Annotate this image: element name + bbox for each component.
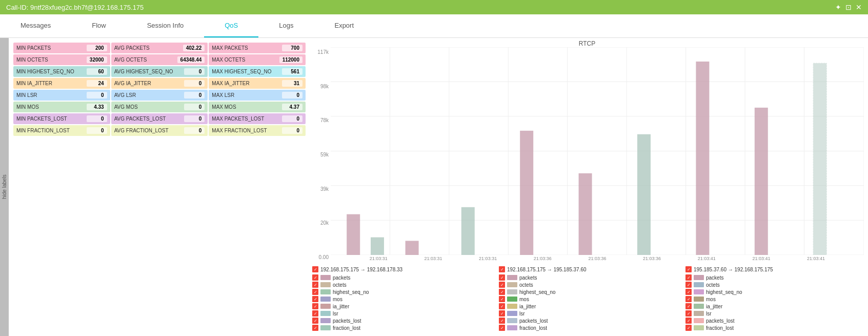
- legend-item-checkbox[interactable]: ✓: [499, 325, 505, 331]
- legend-item-checkbox[interactable]: ✓: [685, 318, 692, 324]
- stat-value: 4.33: [87, 104, 107, 110]
- legend-item-checkbox[interactable]: ✓: [499, 274, 505, 281]
- legend-item: ✓mos: [312, 296, 489, 302]
- legend-item-checkbox[interactable]: ✓: [499, 289, 505, 295]
- legend-item-checkbox[interactable]: ✓: [685, 303, 692, 309]
- legend-item-label: octets: [706, 282, 720, 288]
- stat-cell: MAX IA_JITTER31: [209, 78, 306, 89]
- chart-plot: [331, 47, 864, 255]
- legend-item-checkbox[interactable]: ✓: [312, 274, 318, 281]
- stat-label: MAX MOS: [212, 104, 236, 110]
- legend-item-checkbox[interactable]: ✓: [312, 289, 318, 295]
- close-icon[interactable]: ✕: [856, 3, 862, 11]
- stat-label: AVG MOS: [114, 104, 138, 110]
- legend-item-checkbox[interactable]: ✓: [499, 310, 505, 317]
- stat-label: MAX FRACTION_LOST: [212, 128, 267, 133]
- legend-item: ✓lsr: [499, 310, 675, 317]
- stat-cell: MIN FRACTION_LOST0: [13, 125, 110, 136]
- chart-area: RTCP 117k98k78k59k39k20k0.00: [306, 38, 868, 336]
- stat-value: 0: [184, 127, 205, 134]
- stats-section: hide labels MIN PACKETS200AVG PACKETS402…: [0, 38, 306, 336]
- stat-value: 64348.44: [177, 56, 205, 63]
- legend-color-swatch: [320, 282, 331, 287]
- stat-value: 0: [184, 104, 205, 110]
- legend-item: ✓octets: [499, 282, 675, 288]
- stat-cell: AVG PACKETS402.22: [111, 43, 208, 53]
- stat-value: 0: [87, 92, 107, 98]
- legend-item-checkbox[interactable]: ✓: [312, 303, 318, 309]
- legend-item-checkbox[interactable]: ✓: [312, 318, 318, 324]
- legend-item-checkbox[interactable]: ✓: [499, 282, 505, 288]
- legend-item: ✓lsr: [312, 310, 489, 317]
- legend-title: ✓192.168.175.175 → 192.168.178.33: [312, 266, 489, 272]
- stats-grid: MIN PACKETS200AVG PACKETS402.22MAX PACKE…: [13, 42, 306, 136]
- legend-item-checkbox[interactable]: ✓: [499, 303, 505, 309]
- legend-item-checkbox[interactable]: ✓: [685, 310, 692, 317]
- legend-item-checkbox[interactable]: ✓: [312, 282, 318, 288]
- stat-label: MIN FRACTION_LOST: [16, 128, 70, 133]
- stat-label: MAX OCTETS: [212, 57, 245, 63]
- stat-label: AVG PACKETS_LOST: [114, 116, 166, 122]
- stat-cell: MAX MOS4.37: [209, 102, 306, 112]
- legend-color-swatch: [507, 297, 517, 302]
- legend-item-checkbox[interactable]: ✓: [685, 325, 692, 331]
- legend-item: ✓mos: [685, 296, 862, 302]
- legend-color-swatch: [694, 282, 704, 287]
- legend-item-checkbox[interactable]: ✓: [499, 296, 505, 302]
- stat-value: 4.37: [282, 104, 302, 110]
- x-axis-label: 21:03:41: [807, 256, 825, 261]
- stat-cell: MAX HIGHEST_SEQ_NO561: [209, 66, 306, 77]
- hide-labels-button[interactable]: hide labels: [0, 38, 9, 336]
- legend-checkbox[interactable]: ✓: [685, 266, 692, 272]
- stat-label: AVG IA_JITTER: [114, 81, 151, 86]
- legend-item-label: mos: [519, 297, 529, 302]
- legend-item-label: octets: [333, 282, 347, 288]
- stat-cell: MIN IA_JITTER24: [13, 78, 110, 89]
- legend-item-checkbox[interactable]: ✓: [685, 296, 692, 302]
- stat-label: AVG PACKETS: [114, 45, 150, 51]
- legend-item-checkbox[interactable]: ✓: [312, 310, 318, 317]
- legend-item-checkbox[interactable]: ✓: [312, 296, 318, 302]
- legend-item-checkbox[interactable]: ✓: [685, 289, 692, 295]
- x-axis-label: 21:03:36: [534, 256, 552, 261]
- window-controls[interactable]: ✦ ⊡ ✕: [835, 3, 862, 11]
- legend-item-checkbox[interactable]: ✓: [499, 318, 505, 324]
- x-axis-label: 21:03:36: [588, 256, 606, 261]
- legend-item-label: ia_jitter: [333, 304, 349, 309]
- legend-item-label: packets: [706, 275, 723, 281]
- legend-checkbox[interactable]: ✓: [312, 266, 318, 272]
- call-id: Call-ID: 9ntf28xfueg2c.bh7f@192.168.175.…: [6, 4, 144, 11]
- legend-color-swatch: [507, 275, 517, 280]
- legend-checkbox[interactable]: ✓: [499, 266, 505, 272]
- svg-rect-23: [696, 62, 709, 255]
- tab-export[interactable]: Export: [314, 14, 374, 37]
- legend-item: ✓packets_lost: [685, 318, 862, 324]
- legend-item-checkbox[interactable]: ✓: [312, 325, 318, 331]
- legend-color-swatch: [320, 275, 331, 280]
- stat-label: MAX IA_JITTER: [212, 81, 249, 86]
- legend-source: 195.185.37.60 → 192.168.175.175: [694, 267, 773, 272]
- stat-cell: MIN LSR0: [13, 90, 110, 101]
- stat-cell: AVG OCTETS64348.44: [111, 54, 208, 65]
- legend-item-checkbox[interactable]: ✓: [685, 274, 692, 281]
- tab-session-info[interactable]: Session Info: [127, 14, 205, 37]
- pin-icon[interactable]: ✦: [835, 3, 841, 11]
- stats-panel: MIN PACKETS200AVG PACKETS402.22MAX PACKE…: [9, 38, 306, 336]
- legend-color-swatch: [507, 282, 517, 287]
- legend-item-label: ia_jitter: [706, 304, 722, 309]
- tab-logs[interactable]: Logs: [258, 14, 314, 37]
- stat-cell: MAX PACKETS_LOST0: [209, 113, 306, 124]
- legend-area: ✓192.168.175.175 → 192.168.178.33✓packet…: [310, 262, 864, 336]
- legend-color-swatch: [694, 304, 704, 309]
- maximize-icon[interactable]: ⊡: [845, 3, 852, 11]
- legend-item-checkbox[interactable]: ✓: [685, 282, 692, 288]
- tab-messages[interactable]: Messages: [0, 14, 71, 37]
- y-axis-label: 98k: [312, 84, 329, 89]
- stat-cell: MAX OCTETS112000: [209, 54, 306, 65]
- tab-qos[interactable]: QoS: [204, 14, 258, 37]
- stat-cell: AVG FRACTION_LOST0: [111, 125, 208, 136]
- legend-item-label: lsr: [706, 311, 712, 317]
- legend-color-swatch: [694, 325, 704, 330]
- legend-title: ✓192.168.175.175 → 195.185.37.60: [499, 266, 675, 272]
- tab-flow[interactable]: Flow: [71, 14, 126, 37]
